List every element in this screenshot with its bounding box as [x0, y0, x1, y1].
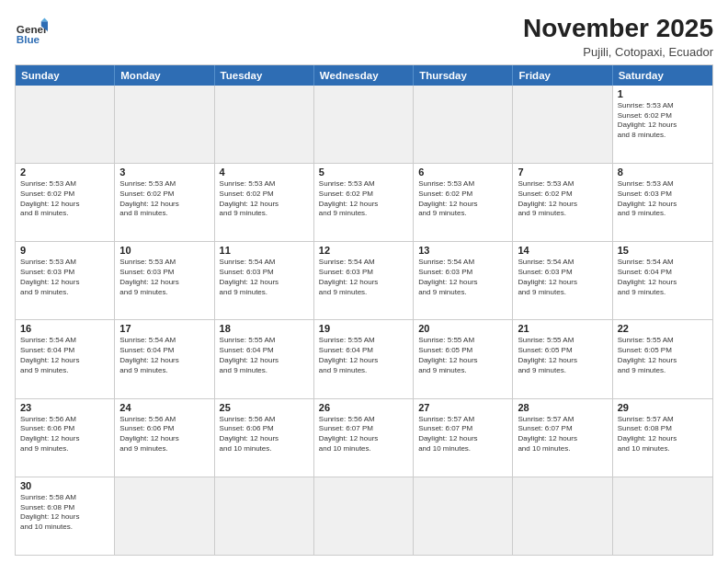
- day-info: Sunrise: 5:58 AM Sunset: 6:08 PM Dayligh…: [20, 493, 109, 533]
- cal-row-0: 1Sunrise: 5:53 AM Sunset: 6:02 PM Daylig…: [16, 86, 712, 163]
- day-number: 21: [518, 323, 607, 334]
- day-info: Sunrise: 5:54 AM Sunset: 6:03 PM Dayligh…: [518, 258, 607, 297]
- day-info: Sunrise: 5:54 AM Sunset: 6:03 PM Dayligh…: [220, 258, 309, 297]
- cal-cell: 26Sunrise: 5:56 AM Sunset: 6:07 PM Dayli…: [314, 399, 414, 477]
- day-info: Sunrise: 5:54 AM Sunset: 6:04 PM Dayligh…: [119, 336, 209, 375]
- cal-cell: 24Sunrise: 5:56 AM Sunset: 6:06 PM Dayli…: [115, 399, 214, 477]
- cal-cell: [314, 86, 414, 163]
- day-info: Sunrise: 5:55 AM Sunset: 6:04 PM Dayligh…: [220, 336, 309, 375]
- page: General Blue November 2025 Pujili, Cotop…: [0, 0, 728, 563]
- day-number: 30: [20, 480, 109, 491]
- day-info: Sunrise: 5:53 AM Sunset: 6:02 PM Dayligh…: [518, 179, 607, 219]
- cal-cell: [414, 477, 513, 555]
- day-number: 15: [618, 245, 708, 256]
- day-info: Sunrise: 5:56 AM Sunset: 6:06 PM Dayligh…: [20, 415, 109, 454]
- cal-header-day-sunday: Sunday: [16, 65, 115, 86]
- cal-cell: [115, 86, 214, 163]
- cal-cell: [414, 86, 513, 163]
- cal-header-day-friday: Friday: [513, 65, 612, 86]
- day-info: Sunrise: 5:53 AM Sunset: 6:02 PM Dayligh…: [220, 179, 309, 219]
- day-info: Sunrise: 5:55 AM Sunset: 6:05 PM Dayligh…: [618, 336, 708, 375]
- day-info: Sunrise: 5:57 AM Sunset: 6:07 PM Dayligh…: [418, 415, 507, 454]
- calendar: SundayMondayTuesdayWednesdayThursdayFrid…: [15, 64, 713, 556]
- generalblue-logo-icon: General Blue: [15, 15, 48, 48]
- cal-cell: [215, 477, 314, 555]
- cal-cell: [314, 477, 414, 555]
- day-number: 18: [220, 323, 309, 334]
- day-number: 22: [618, 323, 708, 334]
- cal-cell: 6Sunrise: 5:53 AM Sunset: 6:02 PM Daylig…: [414, 164, 513, 241]
- day-number: 10: [119, 245, 209, 256]
- cal-cell: 21Sunrise: 5:55 AM Sunset: 6:05 PM Dayli…: [513, 320, 612, 397]
- day-info: Sunrise: 5:54 AM Sunset: 6:03 PM Dayligh…: [418, 258, 507, 297]
- day-info: Sunrise: 5:53 AM Sunset: 6:02 PM Dayligh…: [20, 179, 109, 219]
- cal-cell: 2Sunrise: 5:53 AM Sunset: 6:02 PM Daylig…: [16, 164, 115, 241]
- cal-cell: 1Sunrise: 5:53 AM Sunset: 6:02 PM Daylig…: [613, 86, 712, 163]
- cal-cell: 11Sunrise: 5:54 AM Sunset: 6:03 PM Dayli…: [215, 242, 314, 319]
- day-number: 14: [518, 245, 607, 256]
- cal-cell: 25Sunrise: 5:56 AM Sunset: 6:06 PM Dayli…: [215, 399, 314, 477]
- day-number: 24: [119, 402, 209, 413]
- cal-header-day-monday: Monday: [115, 65, 214, 86]
- day-info: Sunrise: 5:55 AM Sunset: 6:04 PM Dayligh…: [319, 336, 408, 375]
- cal-cell: [613, 477, 712, 555]
- cal-cell: 16Sunrise: 5:54 AM Sunset: 6:04 PM Dayli…: [16, 320, 115, 397]
- cal-cell: 10Sunrise: 5:53 AM Sunset: 6:03 PM Dayli…: [115, 242, 214, 319]
- day-number: 20: [418, 323, 507, 334]
- day-number: 25: [220, 402, 309, 413]
- cal-cell: 29Sunrise: 5:57 AM Sunset: 6:08 PM Dayli…: [613, 399, 712, 477]
- cal-cell: 20Sunrise: 5:55 AM Sunset: 6:05 PM Dayli…: [414, 320, 513, 397]
- cal-row-1: 2Sunrise: 5:53 AM Sunset: 6:02 PM Daylig…: [16, 163, 712, 241]
- cal-cell: 15Sunrise: 5:54 AM Sunset: 6:04 PM Dayli…: [613, 242, 712, 319]
- cal-cell: 18Sunrise: 5:55 AM Sunset: 6:04 PM Dayli…: [215, 320, 314, 397]
- day-number: 1: [618, 88, 708, 99]
- cal-cell: [215, 86, 314, 163]
- day-number: 4: [220, 167, 309, 178]
- cal-cell: 9Sunrise: 5:53 AM Sunset: 6:03 PM Daylig…: [16, 242, 115, 319]
- day-number: 11: [220, 245, 309, 256]
- day-info: Sunrise: 5:53 AM Sunset: 6:03 PM Dayligh…: [119, 258, 209, 297]
- day-info: Sunrise: 5:53 AM Sunset: 6:02 PM Dayligh…: [418, 179, 507, 219]
- day-info: Sunrise: 5:53 AM Sunset: 6:03 PM Dayligh…: [618, 179, 708, 219]
- svg-text:Blue: Blue: [17, 33, 40, 45]
- cal-cell: 22Sunrise: 5:55 AM Sunset: 6:05 PM Dayli…: [613, 320, 712, 397]
- title-area: November 2025 Pujili, Cotopaxi, Ecuador: [523, 15, 713, 59]
- day-number: 9: [20, 245, 109, 256]
- cal-cell: 23Sunrise: 5:56 AM Sunset: 6:06 PM Dayli…: [16, 399, 115, 477]
- cal-cell: 3Sunrise: 5:53 AM Sunset: 6:02 PM Daylig…: [115, 164, 214, 241]
- day-info: Sunrise: 5:54 AM Sunset: 6:04 PM Dayligh…: [618, 258, 708, 297]
- day-info: Sunrise: 5:53 AM Sunset: 6:02 PM Dayligh…: [618, 101, 708, 141]
- day-info: Sunrise: 5:56 AM Sunset: 6:06 PM Dayligh…: [220, 415, 309, 454]
- day-number: 23: [20, 402, 109, 413]
- day-number: 8: [618, 167, 708, 178]
- cal-header-day-saturday: Saturday: [613, 65, 712, 86]
- day-info: Sunrise: 5:57 AM Sunset: 6:07 PM Dayligh…: [518, 415, 607, 454]
- day-info: Sunrise: 5:53 AM Sunset: 6:03 PM Dayligh…: [20, 258, 109, 297]
- cal-cell: 8Sunrise: 5:53 AM Sunset: 6:03 PM Daylig…: [613, 164, 712, 241]
- logo: General Blue: [15, 15, 48, 48]
- day-number: 27: [418, 402, 507, 413]
- day-number: 7: [518, 167, 607, 178]
- calendar-header: SundayMondayTuesdayWednesdayThursdayFrid…: [16, 65, 712, 86]
- day-number: 17: [119, 323, 209, 334]
- month-title: November 2025: [523, 15, 713, 43]
- day-number: 19: [319, 323, 408, 334]
- cal-cell: [513, 86, 612, 163]
- cal-cell: 30Sunrise: 5:58 AM Sunset: 6:08 PM Dayli…: [16, 477, 115, 555]
- cal-row-2: 9Sunrise: 5:53 AM Sunset: 6:03 PM Daylig…: [16, 241, 712, 319]
- day-number: 29: [618, 402, 708, 413]
- day-info: Sunrise: 5:57 AM Sunset: 6:08 PM Dayligh…: [618, 415, 708, 454]
- subtitle: Pujili, Cotopaxi, Ecuador: [523, 45, 713, 59]
- day-number: 6: [418, 167, 507, 178]
- day-info: Sunrise: 5:53 AM Sunset: 6:02 PM Dayligh…: [319, 179, 408, 219]
- cal-header-day-tuesday: Tuesday: [215, 65, 314, 86]
- svg-marker-3: [41, 18, 48, 22]
- day-info: Sunrise: 5:53 AM Sunset: 6:02 PM Dayligh…: [119, 179, 209, 219]
- day-info: Sunrise: 5:56 AM Sunset: 6:07 PM Dayligh…: [319, 415, 408, 454]
- cal-cell: [16, 86, 115, 163]
- cal-cell: 12Sunrise: 5:54 AM Sunset: 6:03 PM Dayli…: [314, 242, 414, 319]
- day-info: Sunrise: 5:55 AM Sunset: 6:05 PM Dayligh…: [518, 336, 607, 375]
- day-number: 26: [319, 402, 408, 413]
- cal-cell: 7Sunrise: 5:53 AM Sunset: 6:02 PM Daylig…: [513, 164, 612, 241]
- cal-cell: 19Sunrise: 5:55 AM Sunset: 6:04 PM Dayli…: [314, 320, 414, 397]
